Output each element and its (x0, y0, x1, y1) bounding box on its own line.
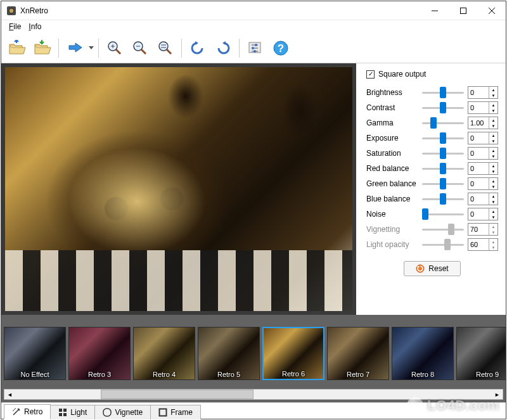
spinner-up[interactable]: ▲ (489, 239, 497, 245)
spinner-down[interactable]: ▼ (489, 153, 497, 159)
effect-retro9[interactable]: Retro 9 (456, 327, 506, 380)
menu-file[interactable]: File (5, 21, 25, 32)
spinner-light_opacity[interactable]: ▲▼ (468, 238, 498, 251)
spinner-down[interactable]: ▼ (489, 92, 497, 98)
spinner-up[interactable]: ▲ (489, 132, 497, 138)
spinner-input-green_balance[interactable] (468, 178, 489, 189)
tab-frame[interactable]: Frame (150, 405, 201, 419)
effect-retro5[interactable]: Retro 5 (198, 327, 260, 380)
spinner-up[interactable]: ▲ (489, 148, 497, 153)
spinner-exposure[interactable]: ▲▼ (468, 132, 498, 144)
effect-retro6[interactable]: Retro 6 (262, 327, 324, 380)
spinner-down[interactable]: ▼ (489, 108, 497, 113)
spinner-input-light_opacity[interactable] (468, 239, 489, 250)
spinner-up[interactable]: ▲ (489, 102, 497, 108)
rotate-ccw-button[interactable] (186, 36, 210, 60)
scrollbar-handle[interactable] (101, 390, 254, 399)
spinner-green_balance[interactable]: ▲▼ (468, 177, 498, 190)
help-button[interactable]: ? (269, 36, 293, 60)
scroll-left-button[interactable]: ◄ (4, 390, 15, 399)
square-output-checkbox[interactable]: ✓ Square output (366, 70, 498, 79)
spinner-up[interactable]: ▲ (489, 208, 497, 214)
tab-vignette[interactable]: Vignette (94, 405, 151, 419)
open-button[interactable] (5, 36, 29, 60)
spinner-input-noise[interactable] (468, 208, 489, 220)
save-button[interactable] (30, 36, 55, 60)
spinner-gamma[interactable]: ▲▼ (468, 117, 498, 129)
menu-info[interactable]: Info (25, 21, 45, 32)
slider-noise[interactable] (422, 208, 464, 220)
slider-red_balance[interactable] (422, 163, 464, 174)
spinner-vignetting[interactable]: ▲▼ (468, 223, 498, 236)
effects-scrollbar[interactable]: ◄ ► (4, 389, 503, 400)
scrollbar-track[interactable] (15, 390, 492, 399)
svg-rect-31 (63, 413, 67, 416)
zoom-in-button[interactable] (103, 36, 127, 60)
spinner-down[interactable]: ▼ (489, 199, 497, 205)
effect-noeffect[interactable]: No Effect (4, 327, 66, 380)
slider-green_balance[interactable] (422, 178, 464, 189)
effects-filmstrip: No EffectRetro 3Retro 4Retro 5Retro 6Ret… (1, 315, 506, 402)
spinner-input-gamma[interactable] (468, 117, 489, 129)
slider-blue_balance[interactable] (422, 193, 464, 205)
slider-contrast[interactable] (422, 102, 464, 113)
spinner-input-red_balance[interactable] (468, 163, 489, 174)
tab-light[interactable]: Light (50, 405, 95, 419)
image-preview[interactable] (1, 63, 356, 315)
spinner-noise[interactable]: ▲▼ (468, 208, 498, 220)
minimize-button[interactable] (420, 1, 449, 20)
spinner-input-saturation[interactable] (468, 148, 489, 159)
spinner-down[interactable]: ▼ (489, 138, 497, 144)
spinner-up[interactable]: ▲ (489, 224, 497, 229)
slider-brightness[interactable] (422, 87, 464, 98)
slider-light_opacity[interactable] (422, 239, 464, 250)
spinner-down[interactable]: ▼ (489, 184, 497, 189)
slider-vignetting[interactable] (422, 224, 464, 235)
slider-exposure[interactable] (422, 132, 464, 144)
spinner-up[interactable]: ▲ (489, 87, 497, 92)
app-icon (6, 6, 16, 16)
toolbar-separator (181, 39, 182, 58)
spinner-saturation[interactable]: ▲▼ (468, 147, 498, 160)
spinner-input-blue_balance[interactable] (468, 193, 489, 205)
spinner-input-vignetting[interactable] (468, 224, 489, 235)
spinner-up[interactable]: ▲ (489, 193, 497, 199)
slider-saturation[interactable] (422, 148, 464, 159)
spinner-red_balance[interactable]: ▲▼ (468, 162, 498, 175)
spinner-brightness[interactable]: ▲▼ (468, 86, 498, 99)
effect-retro7[interactable]: Retro 7 (327, 327, 389, 380)
share-dropdown[interactable] (88, 46, 94, 50)
help-icon: ? (273, 40, 289, 56)
settings-button[interactable] (243, 36, 267, 60)
spinner-blue_balance[interactable]: ▲▼ (468, 193, 498, 205)
spinner-down[interactable]: ▼ (489, 169, 497, 174)
effect-retro4[interactable]: Retro 4 (133, 327, 195, 380)
spinner-down[interactable]: ▼ (489, 245, 497, 250)
spinner-down[interactable]: ▼ (489, 229, 497, 235)
svg-point-21 (252, 47, 254, 49)
slider-label-noise: Noise (366, 210, 418, 219)
tab-retro[interactable]: Retro (4, 404, 51, 419)
frame-icon (158, 408, 167, 417)
effect-retro3[interactable]: Retro 3 (68, 327, 131, 380)
slider-gamma[interactable] (422, 117, 464, 129)
slider-row-noise: Noise▲▼ (366, 207, 498, 222)
effect-retro8[interactable]: Retro 8 (392, 327, 454, 380)
spinner-up[interactable]: ▲ (489, 117, 497, 123)
close-button[interactable] (477, 1, 506, 20)
spinner-up[interactable]: ▲ (489, 163, 497, 169)
zoom-fit-button[interactable] (153, 36, 177, 60)
spinner-up[interactable]: ▲ (489, 178, 497, 184)
spinner-down[interactable]: ▼ (489, 214, 497, 220)
zoom-out-button[interactable] (128, 36, 152, 60)
spinner-input-contrast[interactable] (468, 102, 489, 113)
share-button[interactable] (63, 36, 87, 60)
spinner-down[interactable]: ▼ (489, 123, 497, 129)
reset-button[interactable]: Reset (404, 261, 460, 276)
spinner-input-brightness[interactable] (468, 87, 489, 98)
spinner-input-exposure[interactable] (468, 132, 489, 144)
rotate-cw-button[interactable] (211, 36, 235, 60)
spinner-contrast[interactable]: ▲▼ (468, 101, 498, 114)
maximize-button[interactable] (449, 1, 477, 20)
scroll-right-button[interactable]: ► (492, 390, 503, 399)
